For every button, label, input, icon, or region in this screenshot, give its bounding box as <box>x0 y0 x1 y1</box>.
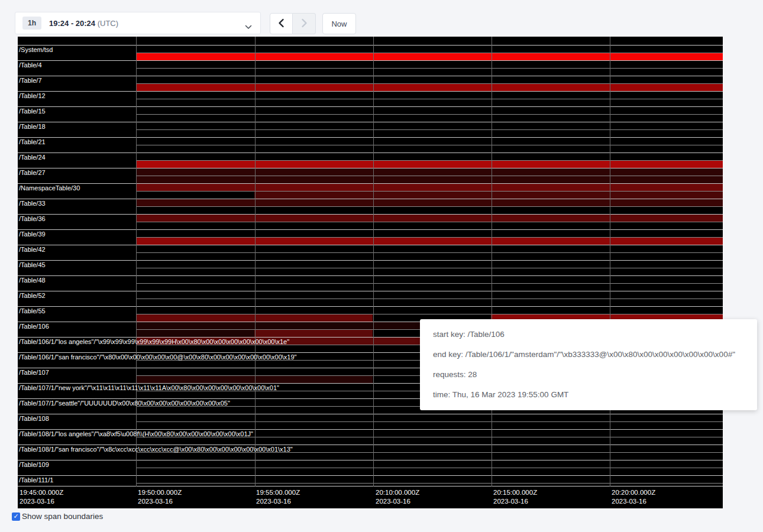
span-tooltip: start key: /Table/106 end key: /Table/10… <box>420 319 757 410</box>
grid-hline <box>136 283 723 284</box>
grid-hline <box>18 460 723 460</box>
grid-hline <box>18 306 723 307</box>
row-label: /Table/108/1/"san francisco"/"\x8c\xcc\x… <box>19 446 293 453</box>
grid-hline <box>18 475 723 476</box>
heatmap-band[interactable] <box>136 215 723 222</box>
grid-hline <box>18 245 723 245</box>
row-label: /Table/108/1/"los angeles"/"\xa8\xf5\u00… <box>19 431 253 437</box>
grid-vline <box>610 37 610 486</box>
axis-tick: 20:15:00.000Z2023-03-16 <box>493 488 537 506</box>
row-label: /Table/12 <box>19 93 46 99</box>
row-label: /Table/4 <box>19 62 42 69</box>
grid-hline <box>18 275 723 276</box>
row-label: /Table/18 <box>19 124 46 130</box>
prev-time-button[interactable] <box>270 13 293 34</box>
tooltip-time: time: Thu, 16 Mar 2023 19:55:00 GMT <box>433 385 744 405</box>
row-label: /Table/7 <box>19 77 42 84</box>
row-label: /Table/45 <box>19 262 46 268</box>
row-label: /Table/107 <box>19 369 49 376</box>
grid-hline <box>18 76 723 76</box>
axis-tick: 19:50:00.000Z2023-03-16 <box>138 488 182 506</box>
grid-hline <box>18 199 723 199</box>
grid-hline <box>136 53 723 53</box>
tooltip-requests: requests: 28 <box>433 365 744 385</box>
row-label: /Table/107/1/"seattle"/"UUUUUUD\x00\x80\… <box>19 400 230 407</box>
grid-hline <box>18 414 723 414</box>
grid-hline <box>136 129 723 130</box>
time-axis: 19:45:00.000Z2023-03-1619:50:00.000Z2023… <box>18 486 723 508</box>
heatmap-band[interactable] <box>136 53 723 60</box>
grid-hline <box>18 260 723 261</box>
grid-vline <box>373 37 374 486</box>
heatmap-band[interactable] <box>136 176 723 183</box>
grid-hline <box>136 268 723 268</box>
range-value: 19:24 - 20:24 <box>49 19 95 28</box>
next-time-button[interactable] <box>293 13 316 34</box>
checkbox-label: Show span boundaries <box>22 512 103 521</box>
tooltip-start-key: start key: /Table/106 <box>433 325 744 345</box>
grid-vline <box>255 37 256 486</box>
grid-hline <box>18 153 723 153</box>
grid-hline <box>136 114 723 115</box>
grid-hline <box>136 222 723 222</box>
grid-hline <box>136 237 723 238</box>
heatmap-band[interactable] <box>254 192 723 199</box>
row-label: /Table/42 <box>19 246 46 253</box>
chevron-right-icon <box>301 18 308 30</box>
row-label: /Table/39 <box>19 231 46 238</box>
grid-hline <box>18 60 723 61</box>
axis-tick: 19:55:00.000Z2023-03-16 <box>256 488 300 506</box>
row-label: /Table/21 <box>19 139 46 145</box>
chevron-left-icon <box>278 18 284 30</box>
grid-hline <box>136 145 723 145</box>
heatmap-band[interactable] <box>136 184 723 191</box>
grid-hline <box>18 137 723 138</box>
grid-hline <box>136 99 723 99</box>
grid-hline <box>136 191 723 192</box>
range-text: 19:24 - 20:24 (UTC) <box>49 19 118 28</box>
tooltip-end-key: end key: /Table/106/1/"amsterdam"/"\xb33… <box>433 345 744 365</box>
row-label: /Table/33 <box>19 200 46 207</box>
checkbox-checked-icon[interactable]: ✓ <box>12 512 20 521</box>
row-label: /Table/108 <box>19 416 49 422</box>
grid-hline <box>136 299 723 299</box>
grid-hline <box>136 68 723 69</box>
axis-tick: 20:10:00.000Z2023-03-16 <box>376 488 419 506</box>
key-visualizer-plot[interactable]: /System/tsd/Table/4/Table/7/Table/12/Tab… <box>18 37 723 486</box>
grid-hline <box>136 314 723 314</box>
row-label: /NamespaceTable/30 <box>19 185 80 192</box>
grid-vline <box>492 37 492 486</box>
axis-tick: 19:45:00.000Z2023-03-16 <box>20 488 63 506</box>
heatmap-band[interactable] <box>136 161 723 168</box>
chevron-down-icon <box>245 21 252 32</box>
row-label: /Table/27 <box>19 170 46 176</box>
grid-hline <box>18 122 723 122</box>
grid-hline <box>18 183 723 184</box>
range-timezone: (UTC) <box>95 19 118 28</box>
row-label: /Table/107/1/"new york"/"\x11\x11\x11\x1… <box>19 385 279 391</box>
heatmap-band[interactable] <box>136 168 723 176</box>
grid-vline <box>136 37 137 486</box>
grid-hline <box>18 106 723 107</box>
row-label: /Table/111/1 <box>19 477 53 484</box>
heatmap-band[interactable] <box>136 330 254 337</box>
show-span-boundaries-toggle[interactable]: ✓ Show span boundaries <box>12 512 103 521</box>
heatmap-band[interactable] <box>136 199 723 206</box>
row-label: /Table/36 <box>19 216 46 222</box>
key-visualizer-canvas[interactable]: /System/tsd/Table/4/Table/7/Table/12/Tab… <box>18 37 723 508</box>
row-label: /Table/109 <box>19 462 49 468</box>
heatmap-band[interactable] <box>136 238 723 245</box>
heatmap-band[interactable] <box>254 330 373 337</box>
grid-hline <box>18 168 723 168</box>
time-range-picker[interactable]: 1h 19:24 - 20:24 (UTC) <box>15 12 261 34</box>
range-duration-badge: 1h <box>22 17 41 30</box>
heatmap-band[interactable] <box>136 84 723 91</box>
now-button[interactable]: Now <box>322 13 356 34</box>
row-label: /Table/24 <box>19 154 46 161</box>
grid-hline <box>136 421 723 422</box>
grid-hline <box>136 176 723 176</box>
time-nav-group <box>270 13 316 34</box>
row-label: /Table/15 <box>19 108 46 115</box>
row-label: /System/tsd <box>19 47 53 53</box>
grid-hline <box>136 160 723 161</box>
